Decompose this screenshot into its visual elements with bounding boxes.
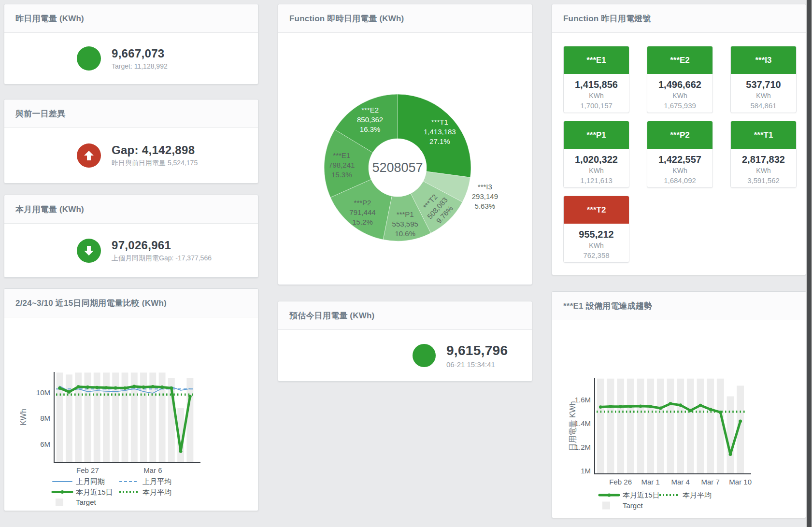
tile-value: 955,212 bbox=[564, 229, 629, 240]
tile-status-header: ***P1 bbox=[564, 121, 629, 149]
tile-body: 955,212KWh762,358 bbox=[564, 229, 629, 259]
panel-header: 本月用電量 (KWh) bbox=[4, 195, 258, 224]
svg-text:***T1: ***T1 bbox=[431, 118, 448, 126]
tile-unit: KWh bbox=[647, 92, 712, 100]
tile-value: 537,710 bbox=[731, 79, 796, 90]
stat-body: Gap: 4,142,898 昨日與前日用電量 5,524,175 bbox=[4, 128, 258, 183]
svg-text:1.4M: 1.4M bbox=[575, 419, 591, 427]
stat-value: 9,615,796 bbox=[446, 343, 508, 358]
tile-value: 2,817,832 bbox=[731, 154, 796, 165]
svg-text:Mar 10: Mar 10 bbox=[729, 478, 752, 486]
svg-text:791,444: 791,444 bbox=[349, 208, 375, 216]
panel-header: 預估今日用電量 (KWh) bbox=[278, 301, 532, 330]
e1-trend-line-chart: 1M1.2M1.4M1.6M日用電量 KWhFeb 26Mar 1Mar 4Ma… bbox=[552, 320, 806, 518]
vertical-scrollbar bbox=[806, 0, 812, 527]
tile-target: 762,358 bbox=[564, 251, 629, 259]
lights-tile-grid: ***E11,415,856KWh1,700,157***E21,496,662… bbox=[552, 33, 806, 263]
panel-title: ***E1 設備用電達成趨勢 bbox=[563, 300, 652, 312]
tile-unit: KWh bbox=[731, 92, 796, 100]
svg-text:本月近15日: 本月近15日 bbox=[623, 491, 660, 499]
panel-day-gap: 與前一日差異 Gap: 4,142,898 昨日與前日用電量 5,524,175 bbox=[4, 99, 258, 184]
svg-text:5.63%: 5.63% bbox=[475, 202, 496, 210]
stat-value: Gap: 4,142,898 bbox=[112, 143, 198, 157]
tile-status-header: ***P2 bbox=[647, 121, 712, 149]
svg-text:Target: Target bbox=[76, 498, 97, 506]
svg-text:10M: 10M bbox=[36, 388, 50, 397]
down-arrow-icon bbox=[77, 239, 101, 263]
svg-text:本月平均: 本月平均 bbox=[142, 488, 171, 496]
svg-text:6M: 6M bbox=[40, 440, 50, 448]
svg-text:1.2M: 1.2M bbox=[575, 443, 591, 451]
realtime-usage-donut-chart: ***T11,413,18327.1%***I3293,1495.63%***T… bbox=[278, 33, 532, 285]
stat-body: 9,615,796 06-21 15:34:41 bbox=[278, 330, 532, 381]
svg-text:1M: 1M bbox=[581, 467, 591, 475]
svg-text:日用電量 KWh: 日用電量 KWh bbox=[569, 401, 577, 451]
svg-text:***E1: ***E1 bbox=[333, 151, 350, 159]
svg-text:Mar 6: Mar 6 bbox=[143, 466, 162, 474]
svg-text:Mar 4: Mar 4 bbox=[671, 478, 689, 486]
tile-target: 1,684,092 bbox=[647, 176, 712, 185]
light-tile-I3: ***I3537,710KWh584,861 bbox=[730, 46, 797, 113]
svg-text:1.6M: 1.6M bbox=[575, 396, 591, 404]
panel-e1-trend: ***E1 設備用電達成趨勢 1M1.2M1.4M1.6M日用電量 KWhFeb… bbox=[552, 291, 806, 518]
panel-header: 與前一日差異 bbox=[4, 100, 258, 128]
svg-text:850,362: 850,362 bbox=[357, 115, 383, 124]
panel-title: 本月用電量 (KWh) bbox=[15, 204, 84, 215]
tile-body: 1,415,856KWh1,700,157 bbox=[564, 79, 629, 110]
scrollbar-thumb[interactable] bbox=[807, 0, 812, 527]
tile-status-header: ***T2 bbox=[564, 196, 629, 224]
tile-body: 537,710KWh584,861 bbox=[731, 79, 796, 110]
tile-body: 1,496,662KWh1,675,939 bbox=[647, 79, 712, 110]
panel-today-estimate: 預估今日用電量 (KWh) 9,615,796 06-21 15:34:41 bbox=[278, 301, 532, 382]
svg-text:Feb 27: Feb 27 bbox=[76, 466, 99, 474]
svg-text:8M: 8M bbox=[40, 414, 50, 422]
tile-value: 1,415,856 bbox=[564, 79, 629, 90]
svg-text:***P1: ***P1 bbox=[397, 210, 414, 218]
tile-unit: KWh bbox=[564, 92, 629, 100]
green-status-circle-icon bbox=[413, 344, 436, 367]
panel-header: Function 即時日用電量 (KWh) bbox=[278, 4, 532, 33]
tile-value: 1,496,662 bbox=[647, 79, 712, 90]
tile-value: 1,020,322 bbox=[564, 154, 629, 165]
panel-title: Function 昨日用電燈號 bbox=[563, 13, 651, 24]
up-arrow-icon bbox=[77, 143, 101, 168]
panel-yesterday-usage: 昨日用電量 (KWh) 9,667,073 Target: 11,128,992 bbox=[4, 4, 258, 85]
svg-text:5208057: 5208057 bbox=[372, 160, 423, 175]
tile-status-header: ***E2 bbox=[647, 46, 712, 74]
panel-realtime-usage-donut: Function 即時日用電量 (KWh) ***T11,413,18327.1… bbox=[278, 4, 532, 285]
svg-text:上月平均: 上月平均 bbox=[142, 477, 171, 485]
stat-value: 9,667,073 bbox=[112, 47, 168, 60]
svg-text:本月平均: 本月平均 bbox=[683, 491, 712, 499]
svg-text:798,241: 798,241 bbox=[328, 161, 355, 169]
panel-title: Function 即時日用電量 (KWh) bbox=[289, 13, 404, 24]
svg-text:553,595: 553,595 bbox=[392, 220, 418, 228]
tile-unit: KWh bbox=[647, 167, 712, 174]
stat-value: 97,026,961 bbox=[112, 239, 212, 252]
tile-value: 1,422,557 bbox=[647, 154, 712, 165]
tile-status-header: ***E1 bbox=[564, 46, 629, 74]
tile-body: 1,020,322KWh1,121,613 bbox=[564, 154, 629, 185]
svg-text:10.6%: 10.6% bbox=[395, 229, 415, 238]
panel-title: 昨日用電量 (KWh) bbox=[15, 13, 84, 24]
panel-month-usage: 本月用電量 (KWh) 97,026,961 上個月同期用電Gap: -17,3… bbox=[4, 195, 258, 278]
svg-text:293,149: 293,149 bbox=[472, 192, 498, 200]
svg-text:***P2: ***P2 bbox=[354, 199, 371, 207]
light-tile-E1: ***E11,415,856KWh1,700,157 bbox=[563, 46, 629, 113]
tile-unit: KWh bbox=[731, 167, 796, 174]
tile-target: 1,675,939 bbox=[647, 101, 712, 110]
svg-text:Mar 1: Mar 1 bbox=[641, 478, 659, 486]
svg-text:16.3%: 16.3% bbox=[360, 125, 381, 133]
svg-text:Feb 26: Feb 26 bbox=[609, 478, 632, 486]
svg-text:***I3: ***I3 bbox=[478, 183, 492, 191]
svg-text:Target: Target bbox=[623, 501, 643, 510]
tile-unit: KWh bbox=[564, 167, 629, 174]
light-tile-T2: ***T2955,212KWh762,358 bbox=[563, 196, 629, 263]
tile-target: 1,121,613 bbox=[564, 176, 629, 185]
comparison-line-chart: 6M8M10MKWhFeb 27Mar 6上月同期上月平均本月近15日本月平均T… bbox=[4, 317, 258, 511]
tile-unit: KWh bbox=[564, 242, 629, 249]
svg-text:上月同期: 上月同期 bbox=[76, 477, 105, 485]
svg-text:15.3%: 15.3% bbox=[331, 171, 352, 179]
panel-header: 昨日用電量 (KWh) bbox=[4, 4, 258, 33]
tile-target: 584,861 bbox=[731, 101, 796, 110]
tile-status-header: ***I3 bbox=[731, 46, 796, 74]
